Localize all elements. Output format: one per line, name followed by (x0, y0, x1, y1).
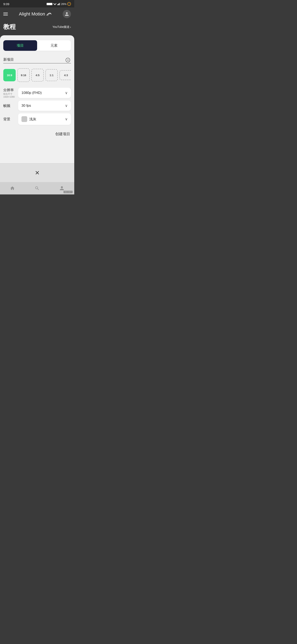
app-logo-arc (45, 10, 52, 18)
framerate-value: 30 fps (21, 104, 31, 108)
background-chevron-icon: ∨ (65, 117, 68, 121)
clear-input-button[interactable]: ✕ (65, 57, 71, 63)
youtube-link[interactable]: YouTube频道 › (52, 25, 71, 29)
bottom-nav-home[interactable] (0, 186, 25, 191)
volte-icon: VoLTE (47, 3, 52, 5)
person-icon (59, 186, 64, 191)
clear-circle-icon: ✕ (66, 58, 70, 62)
battery-plus-icon: + (67, 2, 71, 6)
signal-icon (57, 3, 60, 5)
svg-rect-5 (60, 3, 60, 5)
create-project-button[interactable]: 创建项目 (54, 130, 71, 138)
create-btn-row: 创建项目 (3, 130, 71, 138)
tab-elements[interactable]: 元素 (37, 40, 71, 51)
bottom-nav-search[interactable] (25, 186, 49, 191)
tab-project[interactable]: 项目 (3, 40, 37, 51)
aspect-1-1[interactable]: 1:1 (45, 69, 58, 81)
status-time: 9:09 (3, 2, 9, 6)
app-header: Alight Motion (0, 8, 74, 21)
battery-percent: 26% (61, 2, 66, 6)
close-area: ✕ (0, 163, 74, 182)
status-icons: VoLTE 26% + (47, 2, 71, 6)
resolution-chevron-icon: ∨ (65, 90, 68, 95)
app-title-wrapper: Alight Motion (19, 10, 51, 18)
aspect-4-3[interactable]: 4:3 (59, 70, 71, 80)
status-bar: 9:09 VoLTE 26% + (0, 0, 74, 8)
background-dropdown[interactable]: 浅灰 ∨ (18, 113, 71, 125)
bottom-nav-profile[interactable] (49, 186, 74, 191)
watermark: 962.NET (63, 191, 73, 193)
framerate-chevron-icon: ∨ (65, 104, 68, 108)
app-title: Alight Motion (19, 11, 45, 17)
bottom-nav-area (0, 182, 74, 194)
main-card: 项目 元素 ✕ 16:9 9:16 4:5 1:1 4:3 分辨率 组合尺寸 1… (0, 35, 74, 163)
resolution-value: 1080p (FHD) (21, 91, 42, 95)
project-name-input[interactable] (3, 56, 71, 63)
search-icon (35, 186, 40, 191)
tutorial-banner: 教程 YouTube频道 › (0, 21, 74, 35)
background-label: 背景 (3, 117, 16, 122)
background-swatch (21, 116, 27, 122)
background-row: 背景 浅灰 ∨ (3, 113, 71, 125)
close-button[interactable]: ✕ (32, 168, 42, 178)
profile-button[interactable] (63, 10, 71, 18)
aspect-16-9[interactable]: 16:9 (3, 69, 16, 81)
tutorial-title: 教程 (3, 23, 16, 31)
menu-button[interactable] (3, 12, 8, 16)
project-name-row: ✕ (3, 56, 71, 63)
resolution-row: 分辨率 组合尺寸 1920×1080 1080p (FHD) ∨ (3, 88, 71, 98)
svg-rect-3 (58, 4, 59, 5)
settings-section: 分辨率 组合尺寸 1920×1080 1080p (FHD) ∨ 帧频 30 f… (3, 88, 71, 125)
aspect-ratio-row: 16:9 9:16 4:5 1:1 4:3 (3, 68, 71, 83)
background-value: 浅灰 (29, 117, 36, 122)
home-icon (10, 186, 15, 191)
aspect-4-5[interactable]: 4:5 (31, 69, 44, 82)
aspect-9-16[interactable]: 9:16 (17, 68, 30, 82)
framerate-dropdown[interactable]: 30 fps ∨ (18, 100, 71, 111)
svg-rect-2 (57, 4, 58, 5)
framerate-row: 帧频 30 fps ∨ (3, 100, 71, 111)
background-inner: 浅灰 (21, 116, 65, 122)
tab-switcher: 项目 元素 (3, 40, 71, 51)
framerate-label: 帧频 (3, 104, 16, 108)
resolution-label: 分辨率 组合尺寸 1920×1080 (3, 88, 16, 98)
wifi-icon (53, 3, 56, 5)
chevron-right-icon: › (70, 26, 71, 29)
resolution-dropdown[interactable]: 1080p (FHD) ∨ (18, 88, 71, 98)
svg-rect-4 (59, 3, 60, 5)
